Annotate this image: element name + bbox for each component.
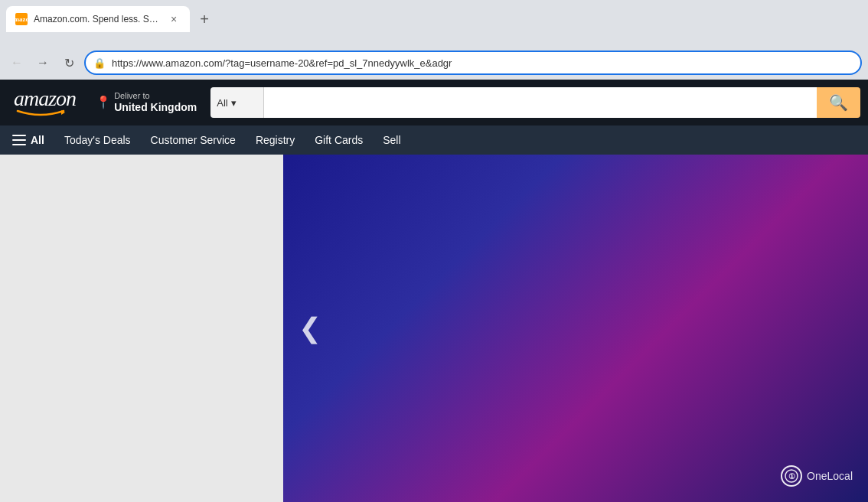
nav-all-label: All (31, 134, 44, 146)
new-tab-button[interactable]: + (193, 8, 216, 31)
nav-customer-service-label: Customer Service (151, 134, 236, 146)
hamburger-icon (12, 135, 26, 145)
search-category-dropdown[interactable]: All ▾ (210, 87, 264, 118)
deliver-to-label: Deliver to (114, 91, 197, 101)
search-button[interactable]: 🔍 (817, 87, 860, 118)
lock-icon: 🔒 (93, 57, 106, 69)
location-icon: 📍 (96, 95, 111, 109)
active-tab[interactable]: amazon Amazon.com. Spend less. Smile m × (6, 6, 190, 32)
address-bar-input[interactable] (112, 57, 853, 69)
search-category-label: All (217, 97, 227, 109)
onelocal-label: OneLocal (807, 470, 853, 482)
deliver-to-country: United Kingdom (114, 101, 197, 114)
search-input[interactable] (264, 87, 817, 118)
tab-title: Amazon.com. Spend less. Smile m (34, 14, 161, 24)
forward-button[interactable]: → (32, 52, 54, 73)
search-bar: All ▾ 🔍 (210, 87, 860, 118)
nav-item-all[interactable]: All (3, 128, 54, 152)
address-bar-container: 🔒 (84, 51, 862, 75)
logo-text: amazon (14, 88, 76, 109)
tab-favicon: amazon (15, 13, 28, 25)
amazon-smile-icon (14, 109, 67, 117)
main-content: ❮ ① OneLocal (0, 155, 868, 502)
deliver-to-text: Deliver to United Kingdom (114, 91, 197, 114)
amazon-header: amazon 📍 Deliver to United Kingdom All ▾… (0, 80, 868, 126)
left-chevron-icon: ❮ (299, 312, 321, 344)
nav-item-todays-deals[interactable]: Today's Deals (55, 128, 140, 152)
nav-gift-cards-label: Gift Cards (315, 134, 363, 146)
dropdown-chevron-icon: ▾ (231, 97, 237, 109)
browser-toolbar: ← → ↻ 🔒 (0, 47, 868, 80)
deliver-to[interactable]: 📍 Deliver to United Kingdom (90, 86, 203, 119)
hero-prev-button[interactable]: ❮ (299, 312, 321, 344)
nav-registry-label: Registry (256, 134, 295, 146)
back-button[interactable]: ← (6, 52, 28, 73)
search-icon: 🔍 (829, 94, 848, 111)
tab-close-button[interactable]: × (167, 12, 181, 26)
nav-sell-label: Sell (383, 134, 400, 146)
refresh-button[interactable]: ↻ (58, 52, 80, 73)
amazon-logo[interactable]: amazon (8, 83, 82, 122)
nav-item-sell[interactable]: Sell (374, 128, 410, 152)
nav-item-gift-cards[interactable]: Gift Cards (305, 128, 372, 152)
onelocal-badge: ① OneLocal (781, 465, 853, 487)
amazon-nav-bar: All Today's Deals Customer Service Regis… (0, 126, 868, 155)
onelocal-icon: ① (781, 465, 802, 487)
hero-banner: ❮ ① OneLocal (283, 155, 868, 502)
svg-text:①: ① (788, 472, 795, 481)
nav-todays-deals-label: Today's Deals (64, 134, 131, 146)
nav-item-customer-service[interactable]: Customer Service (142, 128, 245, 152)
left-sidebar (0, 155, 283, 502)
nav-item-registry[interactable]: Registry (246, 128, 304, 152)
